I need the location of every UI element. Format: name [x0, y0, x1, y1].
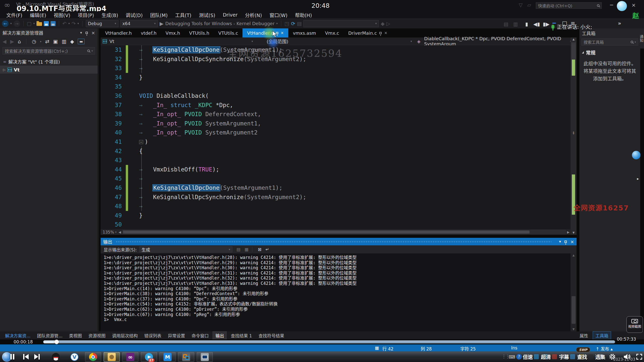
properties-icon[interactable]: ◆	[70, 38, 74, 44]
tab-Vmx.c[interactable]: Vmx.c	[320, 28, 344, 37]
pin-icon[interactable]	[379, 31, 382, 35]
pin-icon[interactable]	[565, 239, 567, 244]
code-line[interactable]: 50	[101, 220, 571, 229]
toolbox-search-input[interactable]: 搜索工具箱 ▾	[581, 38, 638, 46]
back-icon[interactable]: ◀	[3, 38, 6, 44]
volume-icon[interactable]	[623, 353, 631, 360]
taskbar-visual-studio[interactable]: ∞	[122, 352, 138, 362]
copy-icon[interactable]: ▥	[62, 38, 66, 44]
panel-tab-资源视图[interactable]: 资源视图	[86, 332, 108, 339]
code-line[interactable]: 47→ KeSignalCallDpcSynchronize(SystemArg…	[101, 193, 571, 202]
panel-tab-调用层次结构[interactable]: 调用层次结构	[109, 332, 140, 339]
code-line[interactable]: 42{	[101, 147, 571, 156]
find-message-icon[interactable]: ▤	[236, 247, 240, 252]
chevron-right-icon[interactable]: ▷	[3, 68, 6, 72]
gamepad-tray-icon[interactable]	[570, 354, 575, 359]
next-bookmark-icon[interactable]: ▮▶	[543, 21, 549, 27]
video-previous-button[interactable]	[23, 353, 29, 360]
bookmark-icon[interactable]: ▮	[525, 21, 528, 27]
code-line[interactable]: 41−)	[101, 137, 571, 147]
video-overlay-查找[interactable]: 查找	[577, 353, 587, 360]
notifications-tab[interactable]: 通知	[640, 28, 644, 49]
menu-item-项目P[interactable]: 项目(P)	[74, 11, 98, 19]
assistant-bubble-icon[interactable]	[617, 1, 627, 11]
pending-changes-icon[interactable]: ◷	[32, 38, 36, 44]
code-line[interactable]: 34}	[101, 73, 571, 82]
output-content[interactable]: 1>e:\driver_project\zj\zj7\zx\vt\vt\VtHa…	[101, 253, 577, 322]
panel-collapse-icon[interactable]: »	[618, 20, 621, 26]
publish-button[interactable]: ↑ 发布 ▴	[596, 345, 613, 352]
menu-item-Driver[interactable]: Driver	[219, 12, 241, 18]
scrollbar-split-icon[interactable]: ↕	[571, 131, 577, 135]
code-line[interactable]: 48→	[101, 202, 571, 211]
taskbar-vmware[interactable]	[178, 352, 194, 362]
video-overlay-选集[interactable]: 选集	[595, 353, 605, 360]
panel-tab-异常设置[interactable]: 异常设置	[165, 332, 187, 339]
output-source-select[interactable]: 生成▾	[139, 246, 232, 252]
video-overlay-倍速[interactable]: 倍速	[523, 353, 533, 360]
open-folder-icon[interactable]	[36, 22, 42, 26]
code-editor[interactable]: 31→ KeSignalCallDpcDone(SystemArgument1)…	[101, 45, 571, 229]
tab-properties[interactable]: 属性	[577, 332, 591, 339]
horizontal-scrollbar[interactable]	[122, 230, 566, 234]
menu-item-调试D[interactable]: 调试(D)	[122, 11, 146, 19]
taskbar-v-app[interactable]: V	[66, 352, 83, 362]
code-line[interactable]: 44→ VmxDisbleOff(TRUE);	[101, 165, 571, 174]
video-pause-button[interactable]	[10, 353, 15, 360]
quick-launch-input[interactable]: 快速启动 (Ctrl+Q)	[536, 2, 602, 9]
code-line[interactable]: 40→ _In_opt_ PVOID SystemArgument2	[101, 128, 571, 137]
indent-icon[interactable]: ▥	[513, 21, 518, 27]
code-line[interactable]: 49}	[101, 211, 571, 220]
code-line[interactable]: 39→ _In_opt_ PVOID SystemArgument1,	[101, 119, 571, 128]
attach-icon[interactable]: ◳	[285, 21, 289, 27]
taskbar-m-app[interactable]: M	[159, 352, 176, 362]
taskbar-qq[interactable]	[48, 352, 64, 362]
help-tray-icon[interactable]: ?	[516, 354, 522, 359]
keyboard-tray-icon[interactable]: ⌨	[509, 354, 515, 359]
panel-expand-icon[interactable]: ▸	[637, 176, 639, 181]
video-screenshot-button[interactable]: 视频截图	[626, 316, 643, 333]
menu-item-生成B[interactable]: 生成(B)	[98, 11, 122, 19]
tab-vtdef.h[interactable]: vtdef.h	[136, 28, 161, 37]
save-icon[interactable]	[44, 21, 49, 26]
panel-tab-查找符号结果[interactable]: 查找符号结果	[256, 332, 287, 339]
code-line[interactable]: 45→	[101, 174, 571, 183]
tab-VtHandler.h[interactable]: VtHandler.h	[101, 28, 136, 37]
dropdown-icon[interactable]: ▾	[559, 239, 561, 244]
video-overlay-字幕[interactable]: 字幕	[559, 353, 569, 360]
panel-tab-错误列表[interactable]: 错误列表	[142, 332, 164, 339]
navbar-member[interactable]: DiableCallback(_KDPC * Dpc, PVOID Deferr…	[424, 36, 577, 47]
telegram-tray-icon[interactable]	[534, 354, 539, 359]
code-line[interactable]: 35	[101, 82, 571, 91]
tab-VTUtils.h[interactable]: VTUtils.h	[185, 28, 214, 37]
code-line[interactable]: 46→ KeSignalCallDpcDone(SystemArgument1)…	[101, 183, 571, 193]
menu-item-团队M[interactable]: 团队(M)	[146, 11, 171, 19]
navbar-project[interactable]: Vt	[109, 39, 114, 44]
debug-target-label[interactable]: Debugging Tools for Windows - Kernel Deb…	[165, 21, 274, 26]
dropdown-icon[interactable]: ▾	[80, 30, 82, 35]
scroll-down-icon[interactable]: ▼	[571, 231, 577, 234]
goto-message-icon[interactable]: ▦	[245, 247, 249, 252]
solution-search-input[interactable]: 搜索解决方案资源管理器(Ctrl+;) ▾	[3, 47, 95, 55]
panel-tab-解决方案资...[interactable]: 解决方案资...	[3, 332, 33, 339]
zoom-level[interactable]: 135%	[103, 230, 114, 235]
close-icon[interactable]: ×	[384, 31, 387, 35]
code-line[interactable]: 37→ _In_ struct _KDPC *Dpc,	[101, 101, 571, 110]
taskbar-system-info[interactable]	[197, 352, 213, 362]
list-icon[interactable]: ▤	[297, 21, 302, 27]
redo-icon[interactable]: ↷	[71, 21, 76, 27]
outline-icon[interactable]: ▤	[504, 21, 508, 27]
panel-tab-查找结果 1[interactable]: 查找结果 1	[228, 332, 254, 339]
panel-tab-团队资源管...[interactable]: 团队资源管...	[34, 332, 65, 339]
menu-item-窗口W[interactable]: 窗口(W)	[266, 11, 291, 19]
close-button[interactable]: ×	[629, 2, 638, 8]
tree-item-solution[interactable]: ∞ 解决方案 "Vt" (1 个项目)	[0, 58, 98, 66]
taskbar-chrome[interactable]	[85, 352, 101, 362]
scroll-right-icon[interactable]: ▶	[567, 230, 570, 234]
collapse-all-icon[interactable]: ▣	[53, 38, 58, 44]
navigate-forward-button[interactable]: →	[14, 20, 20, 27]
tab-DriverMain.c[interactable]: DriverMain.c×	[344, 28, 392, 37]
start-debug-icon[interactable]: ▶	[160, 21, 164, 27]
tab-vmxs.asm[interactable]: vmxs.asm	[288, 28, 320, 37]
close-icon[interactable]: ×	[91, 30, 95, 35]
